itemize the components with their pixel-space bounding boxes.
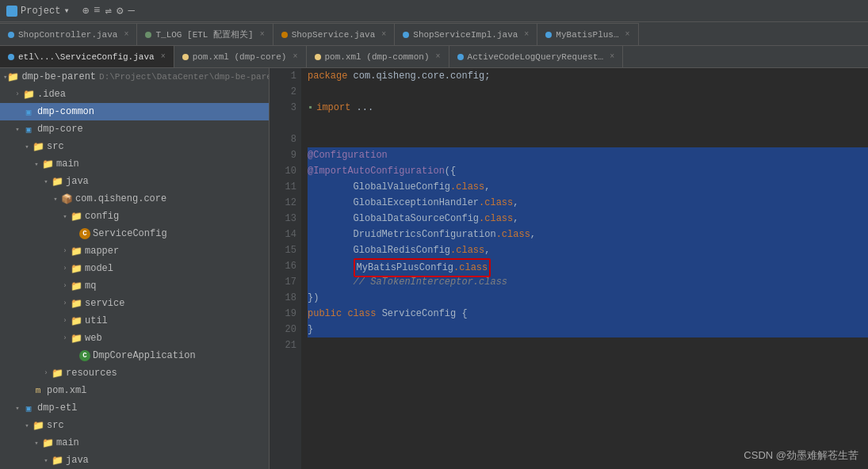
title-list-icon[interactable]: ≡ [94,4,100,17]
serviceconfig-icon: C [79,228,90,239]
code-line-1: package com.qisheng.core.config; [308,68,868,84]
tree-label-src-etl: src [47,420,64,431]
line-numbers: 1 2 3 8 9 10 11 12 13 14 15 16 17 18 19 … [270,68,301,469]
comma-13: , [513,213,518,224]
tab-label-mybatis-plus: MyBatisPlus… [556,30,618,40]
tree-label-main-core: main [56,158,79,170]
tree-item-main-core[interactable]: ▾ 📁 main [0,155,269,173]
tab-label-pom-common: pom.xml (dmp-common) [325,52,430,62]
line-num-19: 19 [274,306,296,322]
class-globalredis: GlobalRedisConfig [354,245,450,256]
tab-label-pom-core: pom.xml (dmp-core) [193,52,287,62]
tab-close-mybatis-plus[interactable]: × [625,30,630,39]
code-line-2 [308,84,868,100]
tree-item-idea[interactable]: › 📁 .idea [0,86,269,103]
keyword-class-19: class [347,308,381,319]
tab-pom-core[interactable]: pom.xml (dmp-core) × [174,45,307,67]
keyword-public-19: public [308,308,347,319]
tree-label-main-etl: main [56,437,79,448]
folder-model-icon: 📁 [70,263,82,274]
tree-item-main-etl[interactable]: ▾ 📁 main [0,434,269,452]
code-line-11: GlobalValueConfig.class, [308,179,868,195]
indent-14 [308,229,354,240]
tree-item-root[interactable]: ▾ 📁 dmp-be-parent D:\Project\DataCenter\… [0,68,269,86]
line-num-15: 15 [274,242,296,258]
tree-label-dmp-etl: dmp-etl [37,402,77,414]
tree-arrow-resources-core: › [41,369,51,377]
code-content[interactable]: package com.qisheng.core.config; ▪import… [301,68,868,469]
tab-active-code[interactable]: ActiveCodeLogQueryRequest… × [449,45,624,67]
folder-main-icon: 📁 [41,158,54,170]
tab-close-pom-common[interactable]: × [436,52,441,61]
tab-t-log[interactable]: T_LOG [ETL 配置相关] × [137,23,273,45]
title-bar-project-label: Project [21,6,60,17]
line-num-13: 13 [274,211,296,227]
tab-close-t-log[interactable]: × [260,30,265,39]
tree-item-dmp-core[interactable]: ▾ ▣ dmp-core [0,120,269,138]
tree-label-util: util [85,315,108,326]
title-minimize-icon[interactable]: — [128,4,134,17]
tab-label-t-log: T_LOG [ETL 配置相关] [155,29,253,40]
folder-src-icon: 📁 [32,141,44,152]
tab-pom-common[interactable]: pom.xml (dmp-common) × [307,45,449,67]
tab-close-pom-core[interactable]: × [293,52,297,61]
tab-dot-pom-common [315,54,321,60]
tree-label-mq: mq [85,280,96,292]
comma-11: , [484,181,490,193]
tab-close-shop-controller[interactable]: × [124,30,128,39]
code-line-15: GlobalRedisConfig.class, [308,242,868,258]
tree-label-mapper: mapper [85,246,119,257]
tree-item-dmp-etl[interactable]: ▾ ▣ dmp-etl [0,399,269,417]
dot-class-15: .class [450,245,484,256]
title-add-icon[interactable]: ⊕ [82,4,89,17]
tab-dot-java [8,32,14,38]
tree-item-serviceconfig[interactable]: C ServiceConfig [0,225,269,242]
tab-close-service-config[interactable]: × [161,52,166,61]
code-line-10: @ImportAutoConfiguration({ [308,163,868,179]
editor: 1 2 3 8 9 10 11 12 13 14 15 16 17 18 19 … [270,68,868,469]
tab-close-shop-service-impl[interactable]: × [524,30,529,39]
folder-dmp-etl-icon: ▣ [22,402,35,414]
tab-dot-java3 [545,32,552,38]
tree-arrow-util: › [60,317,70,325]
tree-item-util[interactable]: › 📁 util [0,312,269,330]
tree-item-src-etl[interactable]: ▾ 📁 src [0,417,269,434]
tree-label-serviceconfig: ServiceConfig [93,228,167,239]
tree-item-java-core[interactable]: ▾ 📁 java [0,173,269,190]
tree-item-mq[interactable]: › 📁 mq [0,277,269,295]
tree-arrow-src-etl: ▾ [22,421,32,430]
pkg-name: com.qisheng.core.config; [354,71,491,82]
line-num-17: 17 [274,274,296,290]
tree-item-com-qisheng-core[interactable]: ▾ 📦 com.qisheng.core [0,190,269,208]
tree-item-java-etl[interactable]: ▾ 📁 java [0,452,269,469]
tree-item-src-core[interactable]: ▾ 📁 src [0,138,269,155]
tree-item-web[interactable]: › 📁 web [0,330,269,347]
tab-service-config[interactable]: etl\...\ServiceConfig.java × [0,45,174,67]
tree-item-dmpcore-app[interactable]: C DmpCoreApplication [0,347,269,364]
title-bar-dropdown-icon[interactable]: ▾ [63,5,69,17]
tab-close-active-code[interactable]: × [610,52,614,61]
tree-item-service[interactable]: › 📁 service [0,295,269,312]
tree-item-resources-core[interactable]: › 📁 resources [0,364,269,382]
folder-dmp-common-icon: ▣ [22,106,35,117]
tree-label-java-core: java [66,176,89,187]
tree-item-model[interactable]: › 📁 model [0,260,269,277]
tree-item-pom-core[interactable]: m pom.xml [0,382,269,399]
tab-shop-service[interactable]: ShopService.java × [273,23,396,45]
tree-item-mapper[interactable]: › 📁 mapper [0,242,269,260]
line-num-10: 10 [274,163,296,179]
indent-15 [308,245,354,256]
tab-mybatis-plus[interactable]: MyBatisPlus… × [537,23,638,45]
tree-arrow-java-etl: ▾ [41,456,51,465]
tree-item-dmp-common[interactable]: ▣ dmp-common [0,103,269,120]
tree-item-config[interactable]: ▾ 📁 config [0,208,269,225]
indent-12 [308,197,354,208]
folder-mapper-icon: 📁 [70,246,82,257]
code-line-9: @Configuration [308,147,868,163]
tab-shop-controller[interactable]: ShopController.java × [0,23,137,45]
tab-shop-service-impl[interactable]: ShopServiceImpl.java × [395,23,537,45]
title-sync-icon[interactable]: ⇌ [105,4,112,17]
tab-close-shop-service[interactable]: × [381,30,386,39]
title-settings-icon[interactable]: ⚙ [117,4,123,17]
title-bar-actions: ⊕ ≡ ⇌ ⚙ — [82,4,135,17]
